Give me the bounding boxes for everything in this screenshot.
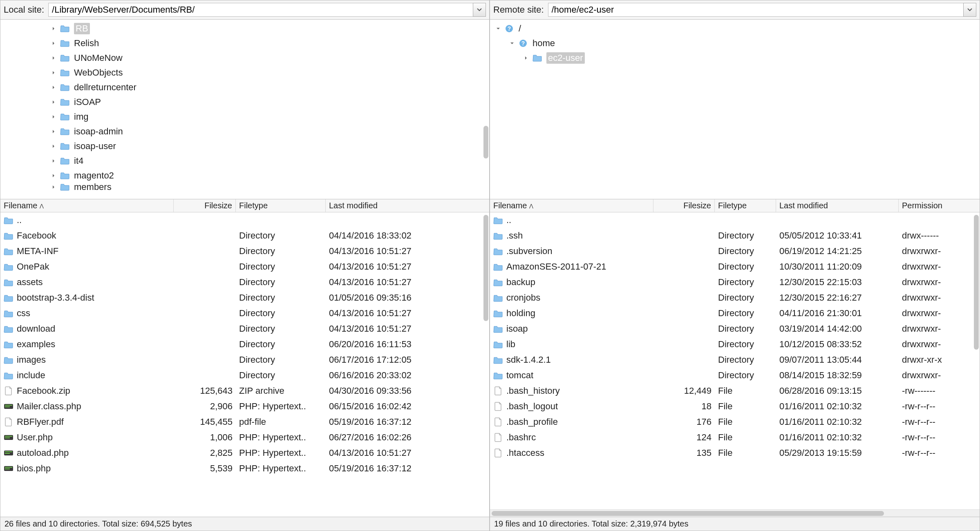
cell-filename: autoload.php xyxy=(0,448,174,458)
disclosure-right-icon[interactable] xyxy=(50,99,57,105)
list-item[interactable]: imagesDirectory06/17/2016 17:12:05 xyxy=(0,352,489,368)
disclosure-down-icon[interactable] xyxy=(495,25,501,32)
col-modified[interactable]: Last modified xyxy=(776,199,899,212)
list-item[interactable]: Facebook.zip125,643ZIP archive04/30/2016… xyxy=(0,383,489,399)
tree-item-label: img xyxy=(74,112,88,122)
disclosure-right-icon[interactable] xyxy=(50,114,57,120)
disclosure-right-icon[interactable] xyxy=(50,143,57,149)
list-item[interactable]: examplesDirectory06/20/2016 16:11:53 xyxy=(0,337,489,352)
scrollbar-thumb[interactable] xyxy=(492,511,884,516)
scrollbar-thumb[interactable] xyxy=(483,215,488,321)
list-item[interactable]: .. xyxy=(490,212,980,228)
tree-item[interactable]: ec2-user xyxy=(490,51,980,65)
folder-icon xyxy=(4,371,13,380)
tree-item[interactable]: img xyxy=(0,109,489,124)
tree-item[interactable]: isoap-admin xyxy=(0,124,489,139)
col-filename[interactable]: Filename⋀ xyxy=(0,199,174,212)
local-path-dropdown-button[interactable] xyxy=(473,3,486,17)
tree-item[interactable]: isoap-user xyxy=(0,139,489,154)
list-item[interactable]: includeDirectory06/16/2016 20:33:02 xyxy=(0,368,489,383)
list-item[interactable]: .htaccess135File05/29/2013 19:15:59-rw-r… xyxy=(490,445,980,461)
remote-path-input[interactable] xyxy=(548,3,964,17)
remote-tree[interactable]: ?/?homeec2-user xyxy=(490,20,980,199)
list-item[interactable]: Mailer.class.php2,906PHP: Hypertext..06/… xyxy=(0,399,489,414)
list-item[interactable]: assetsDirectory04/13/2016 10:51:27 xyxy=(0,274,489,290)
list-item[interactable]: .bash_history12,449File06/28/2016 09:13:… xyxy=(490,383,980,399)
disclosure-right-icon[interactable] xyxy=(50,158,57,164)
list-item[interactable]: .bashrc124File01/16/2011 02:10:32-rw-r--… xyxy=(490,430,980,445)
remote-hscroll[interactable] xyxy=(490,509,980,517)
list-item[interactable]: bios.php5,539PHP: Hypertext..05/19/2016 … xyxy=(0,461,489,476)
disclosure-right-icon[interactable] xyxy=(50,84,57,91)
cell-filetype: Directory xyxy=(236,339,326,350)
list-item[interactable]: backupDirectory12/30/2015 22:15:03drwxrw… xyxy=(490,274,980,290)
list-item[interactable]: FacebookDirectory04/14/2016 18:33:02 xyxy=(0,228,489,243)
col-filename[interactable]: Filename⋀ xyxy=(490,199,653,212)
list-item[interactable]: AmazonSES-2011-07-21Directory10/30/2011 … xyxy=(490,259,980,274)
remote-list[interactable]: ...sshDirectory05/05/2012 10:33:41drwx--… xyxy=(490,212,980,509)
list-item[interactable]: sdk-1.4.2.1Directory09/07/2011 13:05:44d… xyxy=(490,352,980,368)
list-item[interactable]: bootstrap-3.3.4-distDirectory01/05/2016 … xyxy=(0,290,489,306)
scrollbar-thumb[interactable] xyxy=(483,126,488,158)
col-filetype[interactable]: Filetype xyxy=(236,199,326,212)
list-item[interactable]: cssDirectory04/13/2016 10:51:27 xyxy=(0,306,489,321)
tree-item[interactable]: members xyxy=(0,183,489,191)
tree-item[interactable]: ?home xyxy=(490,36,980,51)
file-icon xyxy=(493,402,503,411)
list-item[interactable]: downloadDirectory04/13/2016 10:51:27 xyxy=(0,321,489,337)
disclosure-right-icon[interactable] xyxy=(50,172,57,179)
filename-text: OnePak xyxy=(17,261,49,272)
local-list[interactable]: ..FacebookDirectory04/14/2016 18:33:02ME… xyxy=(0,212,489,517)
list-item[interactable]: .sshDirectory05/05/2012 10:33:41drwx----… xyxy=(490,228,980,243)
disclosure-right-icon[interactable] xyxy=(50,40,57,47)
list-item[interactable]: autoload.php2,825PHP: Hypertext..04/13/2… xyxy=(0,445,489,461)
folder-icon xyxy=(60,156,71,165)
list-item[interactable]: cronjobsDirectory12/30/2015 22:16:27drwx… xyxy=(490,290,980,306)
list-item[interactable]: META-INFDirectory04/13/2016 10:51:27 xyxy=(0,243,489,259)
filename-text: isoap xyxy=(506,324,528,334)
cell-filesize: 176 xyxy=(653,417,715,427)
col-permissions[interactable]: Permission xyxy=(899,199,964,212)
cell-filetype: PHP: Hypertext.. xyxy=(236,401,326,412)
list-item[interactable]: .bash_logout18File01/16/2011 02:10:32-rw… xyxy=(490,399,980,414)
tree-item[interactable]: Relish xyxy=(0,36,489,51)
tree-item-label: iSOAP xyxy=(74,97,101,107)
tree-item[interactable]: it4 xyxy=(0,154,489,168)
local-tree[interactable]: RBRelishUNoMeNowWebObjectsdellreturncent… xyxy=(0,20,489,199)
disclosure-right-icon[interactable] xyxy=(523,55,529,61)
list-item[interactable]: RBFlyer.pdf145,455pdf-file05/19/2016 16:… xyxy=(0,414,489,430)
disclosure-right-icon[interactable] xyxy=(50,25,57,32)
disclosure-right-icon[interactable] xyxy=(50,69,57,76)
cell-modified: 06/15/2016 16:02:42 xyxy=(326,401,477,412)
col-filesize[interactable]: Filesize xyxy=(174,199,236,212)
tree-item[interactable]: dellreturncenter xyxy=(0,80,489,95)
list-item[interactable]: .subversionDirectory06/19/2012 14:21:25d… xyxy=(490,243,980,259)
list-item[interactable]: .. xyxy=(0,212,489,228)
cell-filetype: Directory xyxy=(715,370,776,381)
disclosure-down-icon[interactable] xyxy=(509,40,515,47)
col-filesize[interactable]: Filesize xyxy=(653,199,715,212)
list-item[interactable]: .bash_profile176File01/16/2011 02:10:32-… xyxy=(490,414,980,430)
list-item[interactable]: OnePakDirectory04/13/2016 10:51:27 xyxy=(0,259,489,274)
tree-item[interactable]: iSOAP xyxy=(0,95,489,109)
list-item[interactable]: tomcatDirectory08/14/2015 18:32:59drwxrw… xyxy=(490,368,980,383)
tree-item[interactable]: ?/ xyxy=(490,21,980,36)
list-item[interactable]: User.php1,006PHP: Hypertext..06/27/2016 … xyxy=(0,430,489,445)
tree-item[interactable]: WebObjects xyxy=(0,65,489,80)
remote-path-dropdown-button[interactable] xyxy=(963,3,976,17)
list-item[interactable]: isoapDirectory03/19/2014 14:42:00drwxrwx… xyxy=(490,321,980,337)
scrollbar-thumb[interactable] xyxy=(974,215,979,350)
list-item[interactable]: holdingDirectory04/11/2016 21:30:01drwxr… xyxy=(490,306,980,321)
col-filetype[interactable]: Filetype xyxy=(715,199,776,212)
disclosure-right-icon[interactable] xyxy=(50,55,57,61)
list-item[interactable]: libDirectory10/12/2015 08:33:52drwxrwxr- xyxy=(490,337,980,352)
tree-item[interactable]: RB xyxy=(0,21,489,36)
local-path-input[interactable] xyxy=(48,3,473,17)
tree-item[interactable]: UNoMeNow xyxy=(0,51,489,65)
tree-item[interactable]: magento2 xyxy=(0,168,489,183)
col-modified[interactable]: Last modified xyxy=(326,199,477,212)
cell-filetype: PHP: Hypertext.. xyxy=(236,448,326,458)
svg-rect-7 xyxy=(5,451,12,452)
disclosure-right-icon[interactable] xyxy=(50,128,57,135)
disclosure-right-icon[interactable] xyxy=(50,184,57,190)
